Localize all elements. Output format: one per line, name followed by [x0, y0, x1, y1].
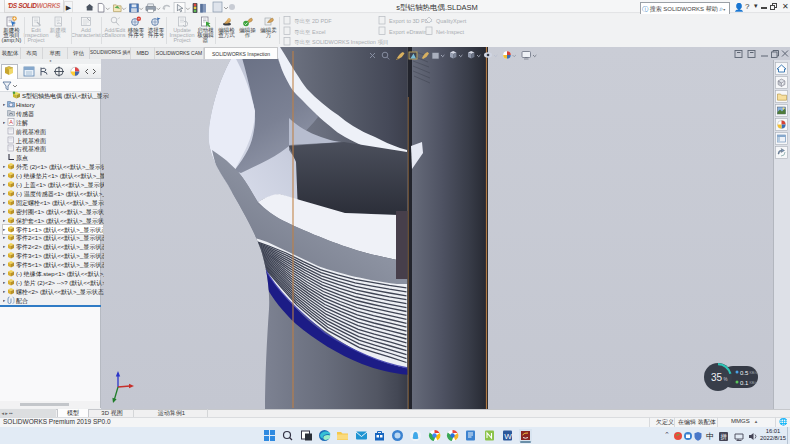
- svg-text:KB/s: KB/s: [750, 381, 758, 385]
- svg-text:0.1: 0.1: [740, 380, 749, 386]
- svg-text:A: A: [9, 119, 13, 125]
- svg-text:拼: 拼: [721, 433, 728, 440]
- svg-text:中: 中: [706, 432, 714, 441]
- svg-text:35: 35: [711, 372, 723, 383]
- svg-text:0.5: 0.5: [740, 370, 749, 376]
- svg-text:KB/s: KB/s: [750, 371, 758, 375]
- svg-text:%: %: [724, 377, 728, 382]
- svg-text:W: W: [504, 432, 512, 441]
